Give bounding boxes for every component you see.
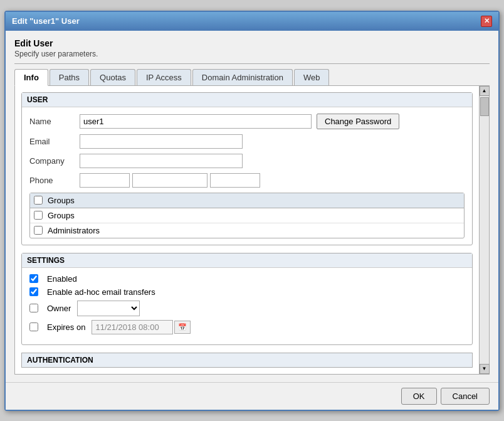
name-row: Name Change Password bbox=[29, 114, 465, 129]
settings-section: SETTINGS Enabled Enable ad-hoc email tra… bbox=[21, 253, 473, 345]
company-row: Company bbox=[29, 154, 465, 168]
enabled-checkbox[interactable] bbox=[29, 274, 38, 283]
cancel-button[interactable]: Cancel bbox=[441, 388, 490, 405]
enabled-label: Enabled bbox=[47, 274, 77, 284]
tab-domain-admin[interactable]: Domain Administration bbox=[192, 69, 293, 85]
phone-area-input[interactable] bbox=[80, 173, 130, 188]
close-button[interactable]: ✕ bbox=[481, 16, 492, 27]
calendar-button[interactable]: 📅 bbox=[174, 321, 191, 334]
scroll-content: USER Name Change Password Email bbox=[15, 86, 479, 374]
adhoc-label: Enable ad-hoc email transfers bbox=[47, 287, 155, 297]
company-input[interactable] bbox=[80, 154, 243, 168]
phone-ext-input[interactable] bbox=[210, 173, 260, 188]
email-input[interactable] bbox=[80, 134, 243, 149]
adhoc-checkbox[interactable] bbox=[29, 287, 38, 296]
tabs-container: Info Paths Quotas IP Access Domain Admin… bbox=[14, 69, 490, 86]
expires-date-input[interactable] bbox=[92, 320, 173, 334]
content-area: USER Name Change Password Email bbox=[14, 86, 490, 375]
edit-user-subheading: Specify user parameters. bbox=[14, 50, 490, 58]
tab-quotas[interactable]: Quotas bbox=[90, 69, 135, 85]
scrollbar-down-button[interactable]: ▼ bbox=[480, 364, 490, 374]
name-label: Name bbox=[29, 117, 80, 126]
edit-user-dialog: Edit "user1" User ✕ Edit User Specify us… bbox=[4, 11, 500, 411]
settings-section-header: SETTINGS bbox=[22, 253, 472, 268]
phone-number-input[interactable] bbox=[132, 173, 207, 188]
dialog-title: Edit "user1" User bbox=[12, 16, 80, 26]
expires-checkbox[interactable] bbox=[29, 322, 38, 331]
dialog-titlebar: Edit "user1" User ✕ bbox=[6, 12, 498, 31]
tab-paths[interactable]: Paths bbox=[50, 69, 89, 85]
ok-button[interactable]: OK bbox=[401, 388, 437, 405]
groups-header-checkbox[interactable] bbox=[34, 196, 43, 205]
group-label-groups: Groups bbox=[48, 211, 75, 220]
owner-row: Owner bbox=[29, 301, 465, 316]
phone-row: Phone bbox=[29, 173, 465, 188]
group-label-administrators: Administrators bbox=[48, 226, 100, 235]
tab-info[interactable]: Info bbox=[14, 69, 48, 86]
user-section-body: Name Change Password Email Company bbox=[22, 107, 472, 245]
divider bbox=[14, 63, 490, 64]
groups-container: Groups Groups Administrators bbox=[29, 193, 465, 238]
tab-web[interactable]: Web bbox=[294, 69, 330, 85]
phone-inputs bbox=[80, 173, 263, 188]
phone-label: Phone bbox=[29, 176, 80, 185]
scrollbar-thumb[interactable] bbox=[480, 97, 489, 116]
name-input[interactable] bbox=[80, 114, 312, 129]
expires-label: Expires on bbox=[47, 322, 85, 332]
expires-row: Expires on 📅 bbox=[29, 320, 465, 334]
enabled-row: Enabled bbox=[29, 274, 465, 284]
dialog-footer: OK Cancel bbox=[6, 382, 498, 410]
owner-checkbox[interactable] bbox=[29, 304, 38, 312]
scrollbar-up-button[interactable]: ▲ bbox=[480, 86, 490, 96]
user-section: USER Name Change Password Email bbox=[21, 92, 473, 245]
groups-header-label: Groups bbox=[48, 196, 75, 205]
group-checkbox-administrators[interactable] bbox=[34, 226, 43, 235]
scrollbar-track: ▲ ▼ bbox=[479, 86, 489, 374]
date-input-container: 📅 bbox=[92, 320, 191, 334]
settings-section-body: Enabled Enable ad-hoc email transfers Ow… bbox=[22, 268, 472, 344]
email-label: Email bbox=[29, 137, 80, 146]
user-section-header: USER bbox=[22, 93, 472, 107]
group-row-administrators: Administrators bbox=[30, 223, 464, 238]
change-password-button[interactable]: Change Password bbox=[317, 114, 399, 129]
owner-dropdown[interactable] bbox=[77, 301, 140, 316]
company-label: Company bbox=[29, 156, 80, 166]
tab-ip-access[interactable]: IP Access bbox=[137, 69, 191, 85]
groups-table-header: Groups bbox=[30, 193, 464, 208]
email-row: Email bbox=[29, 134, 465, 149]
dialog-body: Edit User Specify user parameters. Info … bbox=[6, 31, 498, 382]
group-checkbox-groups[interactable] bbox=[34, 211, 43, 220]
group-row-groups: Groups bbox=[30, 208, 464, 223]
authentication-section-header: AUTHENTICATION bbox=[21, 353, 473, 368]
edit-user-heading: Edit User bbox=[14, 38, 490, 48]
adhoc-row: Enable ad-hoc email transfers bbox=[29, 287, 465, 297]
owner-label: Owner bbox=[47, 304, 71, 313]
